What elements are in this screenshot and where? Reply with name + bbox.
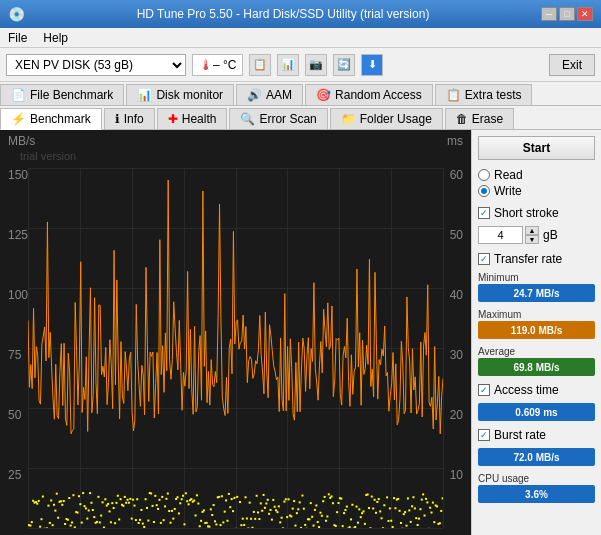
tab-error-scan[interactable]: 🔍 Error Scan: [229, 108, 327, 129]
short-stroke-label: Short stroke: [494, 206, 559, 220]
help-menu[interactable]: Help: [39, 30, 72, 46]
chart-header: MB/s ms: [8, 134, 463, 148]
disk-monitor-icon: 📊: [137, 88, 152, 102]
minimum-value: 24.7 MB/s: [478, 284, 595, 302]
extra-tests-icon: 📋: [446, 88, 461, 102]
maximum-value: 119.0 MB/s: [478, 321, 595, 339]
right-panel: Start Read Write ✓ Short stroke ▲ ▼ gB: [471, 130, 601, 535]
spin-up-button[interactable]: ▲: [525, 226, 539, 235]
menubar: File Help: [0, 28, 601, 48]
minimum-section: Minimum 24.7 MB/s: [478, 272, 595, 305]
spin-down-button[interactable]: ▼: [525, 235, 539, 244]
average-value: 69.8 MB/s: [478, 358, 595, 376]
temperature-value: – °C: [213, 58, 236, 72]
titlebar: 💿 HD Tune Pro 5.50 - Hard Disk/SSD Utili…: [0, 0, 601, 28]
erase-icon: 🗑: [456, 112, 468, 126]
cpu-section: CPU usage 3.6%: [478, 473, 595, 506]
toolbar: XEN PV DISK (53 gB) 🌡 – °C 📋 📊 📷 🔄 ⬇ Exi…: [0, 48, 601, 82]
tab-info[interactable]: ℹ Info: [104, 108, 155, 129]
short-stroke-checkbox[interactable]: ✓: [478, 207, 490, 219]
write-radio-circle: [478, 185, 490, 197]
exit-button[interactable]: Exit: [549, 54, 595, 76]
y-axis-right-label: ms: [447, 134, 463, 148]
maximum-label: Maximum: [478, 309, 595, 320]
health-icon: ✚: [168, 112, 178, 126]
tabs-row-1: 📄 File Benchmark 📊 Disk monitor 🔊 AAM 🎯 …: [0, 82, 601, 106]
access-time-checkbox[interactable]: ✓: [478, 384, 490, 396]
maximum-section: Maximum 119.0 MB/s: [478, 309, 595, 342]
transfer-rate-label: Transfer rate: [494, 252, 562, 266]
titlebar-title: HD Tune Pro 5.50 - Hard Disk/SSD Utility…: [137, 7, 430, 21]
random-access-icon: 🎯: [316, 88, 331, 102]
burst-rate-label: Burst rate: [494, 428, 546, 442]
tab-aam[interactable]: 🔊 AAM: [236, 84, 303, 105]
burst-rate-checkbox[interactable]: ✓: [478, 429, 490, 441]
thermometer-icon: 🌡: [199, 57, 213, 73]
y-axis-left: 150 125 100 75 50 25: [8, 168, 28, 528]
spinbox-unit: gB: [543, 228, 558, 242]
tab-folder-usage[interactable]: 📁 Folder Usage: [330, 108, 443, 129]
spinbox-input[interactable]: [478, 226, 523, 244]
spinbox-buttons: ▲ ▼: [525, 226, 539, 244]
file-benchmark-icon: 📄: [11, 88, 26, 102]
chart-inner: [28, 168, 443, 528]
tab-random-access[interactable]: 🎯 Random Access: [305, 84, 433, 105]
short-stroke-checkbox-row[interactable]: ✓ Short stroke: [478, 206, 595, 220]
spinbox-row: ▲ ▼ gB: [478, 226, 595, 244]
start-button[interactable]: Start: [478, 136, 595, 160]
tab-extra-tests[interactable]: 📋 Extra tests: [435, 84, 533, 105]
average-section: Average 69.8 MB/s: [478, 346, 595, 379]
minimize-button[interactable]: ─: [541, 7, 557, 21]
error-scan-icon: 🔍: [240, 112, 255, 126]
burst-rate-value: 72.0 MB/s: [478, 448, 595, 466]
transfer-rate-checkbox-row[interactable]: ✓ Transfer rate: [478, 252, 595, 266]
transfer-rate-checkbox[interactable]: ✓: [478, 253, 490, 265]
toolbar-btn-3[interactable]: 📷: [305, 54, 327, 76]
cpu-value: 3.6%: [478, 485, 595, 503]
tab-benchmark[interactable]: ⚡ Benchmark: [0, 108, 102, 130]
temperature-display: 🌡 – °C: [192, 54, 243, 76]
close-button[interactable]: ✕: [577, 7, 593, 21]
access-time-label: Access time: [494, 383, 559, 397]
minimum-label: Minimum: [478, 272, 595, 283]
benchmark-chart-canvas: [28, 168, 443, 528]
y-axis-right: 60 50 40 30 20 10: [450, 168, 463, 528]
tab-disk-monitor[interactable]: 📊 Disk monitor: [126, 84, 234, 105]
folder-usage-icon: 📁: [341, 112, 356, 126]
access-time-value: 0.609 ms: [478, 403, 595, 421]
toolbar-btn-1[interactable]: 📋: [249, 54, 271, 76]
benchmark-icon: ⚡: [11, 112, 26, 126]
tab-health[interactable]: ✚ Health: [157, 108, 228, 129]
read-radio-circle: [478, 169, 490, 181]
write-radio[interactable]: Write: [478, 184, 595, 198]
read-write-selector: Read Write: [478, 168, 595, 198]
tab-file-benchmark[interactable]: 📄 File Benchmark: [0, 84, 124, 105]
app-icon: 💿: [8, 6, 25, 22]
aam-icon: 🔊: [247, 88, 262, 102]
read-label: Read: [494, 168, 523, 182]
tab-erase[interactable]: 🗑 Erase: [445, 108, 514, 129]
disk-selector[interactable]: XEN PV DISK (53 gB): [6, 54, 186, 76]
burst-rate-checkbox-row[interactable]: ✓ Burst rate: [478, 428, 595, 442]
maximize-button[interactable]: □: [559, 7, 575, 21]
main-content: MB/s ms 150 125 100 75 50 25 60 50 40 30…: [0, 130, 601, 535]
file-menu[interactable]: File: [4, 30, 31, 46]
access-time-checkbox-row[interactable]: ✓ Access time: [478, 383, 595, 397]
toolbar-btn-5[interactable]: ⬇: [361, 54, 383, 76]
chart-watermark: trial version: [20, 150, 76, 162]
read-radio[interactable]: Read: [478, 168, 595, 182]
y-axis-left-label: MB/s: [8, 134, 35, 148]
write-label: Write: [494, 184, 522, 198]
average-label: Average: [478, 346, 595, 357]
tabs-row-2: ⚡ Benchmark ℹ Info ✚ Health 🔍 Error Scan…: [0, 106, 601, 130]
info-icon: ℹ: [115, 112, 120, 126]
toolbar-btn-4[interactable]: 🔄: [333, 54, 355, 76]
chart-area: MB/s ms 150 125 100 75 50 25 60 50 40 30…: [0, 130, 471, 535]
toolbar-btn-2[interactable]: 📊: [277, 54, 299, 76]
cpu-label: CPU usage: [478, 473, 595, 484]
window-controls: ─ □ ✕: [541, 7, 593, 21]
